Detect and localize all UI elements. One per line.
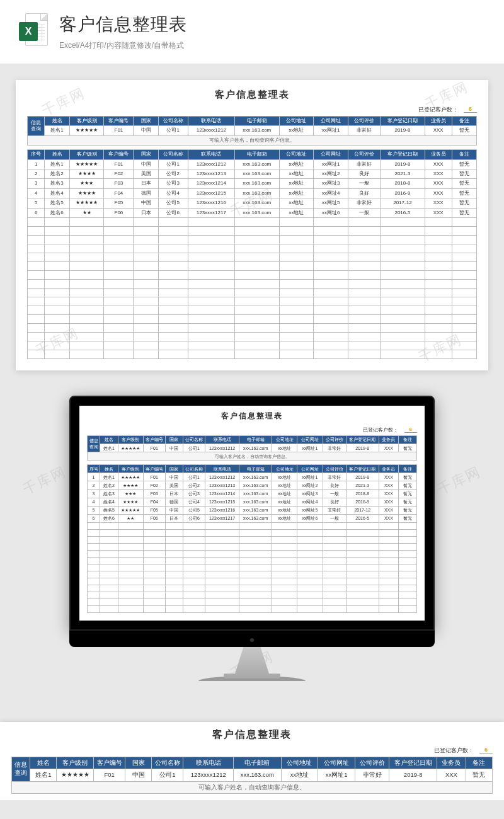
query-value[interactable]: xxx.163.com bbox=[235, 126, 280, 135]
query-value[interactable]: XXX bbox=[425, 126, 452, 135]
table-row[interactable]: 5姓名5★★★★★F05中国公司5123xxxx1216xxx.163.comx… bbox=[88, 506, 417, 514]
query-value[interactable]: 123xxxx1212 bbox=[188, 126, 234, 135]
query-header: 业务员 bbox=[425, 117, 452, 126]
query-value[interactable]: 2019-8 bbox=[389, 769, 437, 781]
empty-row[interactable] bbox=[88, 592, 417, 598]
table-row[interactable]: 1姓名1★★★★★F01中国公司1123xxxx1212xxx.163.comx… bbox=[28, 159, 477, 169]
query-value[interactable]: 公司1 bbox=[152, 769, 183, 781]
query-value[interactable]: xxx.163.com bbox=[239, 444, 272, 452]
table-row[interactable]: 6姓名6★★F06日本公司6123xxxx1217xxx.163.comxx地址… bbox=[28, 208, 477, 217]
empty-row[interactable] bbox=[88, 529, 417, 536]
query-value[interactable]: 公司1 bbox=[183, 444, 205, 452]
empty-row[interactable] bbox=[88, 585, 417, 592]
query-value[interactable]: 非常好 bbox=[355, 769, 389, 781]
query-value[interactable]: 123xxxx1212 bbox=[205, 444, 239, 452]
query-value[interactable]: 2019-8 bbox=[346, 444, 379, 452]
query-value[interactable]: XXX bbox=[379, 444, 399, 452]
query-value[interactable]: 2019-8 bbox=[381, 126, 425, 135]
empty-row[interactable] bbox=[28, 244, 477, 253]
query-value[interactable]: 123xxxx1212 bbox=[183, 769, 234, 781]
query-header: 公司地址 bbox=[279, 117, 314, 126]
query-value[interactable]: F01 bbox=[93, 769, 125, 781]
query-value[interactable]: 暂无 bbox=[399, 444, 417, 452]
empty-row[interactable] bbox=[88, 557, 417, 564]
column-header: 电子邮箱 bbox=[235, 150, 280, 159]
query-value[interactable]: xx地址 bbox=[279, 126, 314, 135]
query-value[interactable]: xx网址1 bbox=[318, 769, 355, 781]
query-value[interactable]: 公司1 bbox=[158, 126, 188, 135]
empty-row[interactable] bbox=[88, 598, 417, 605]
query-value[interactable]: 中国 bbox=[134, 126, 158, 135]
empty-row[interactable] bbox=[88, 605, 417, 612]
empty-row[interactable] bbox=[28, 288, 477, 297]
empty-row[interactable] bbox=[88, 578, 417, 585]
empty-row[interactable] bbox=[28, 341, 477, 350]
empty-row[interactable] bbox=[28, 306, 477, 314]
table-row[interactable]: 1姓名1★★★★★F01中国公司1123xxxx1212xxx.163.comx… bbox=[88, 473, 417, 481]
empty-row[interactable] bbox=[28, 270, 477, 279]
empty-row[interactable] bbox=[28, 261, 477, 270]
query-value[interactable]: xx地址 bbox=[281, 769, 318, 781]
empty-row[interactable] bbox=[88, 543, 417, 550]
table-row[interactable]: 4姓名4★★★★F04德国公司4123xxxx1215xxx.163.comxx… bbox=[28, 188, 477, 198]
empty-row[interactable] bbox=[28, 314, 477, 323]
query-value[interactable]: 中国 bbox=[165, 444, 183, 452]
empty-row[interactable] bbox=[28, 217, 477, 226]
query-header: 公司名称 bbox=[183, 435, 205, 444]
empty-row[interactable] bbox=[88, 550, 417, 557]
query-header: 国家 bbox=[165, 435, 183, 444]
table-row[interactable]: 3姓名3★★★F03日本公司3123xxxx1214xxx.163.comxx地… bbox=[28, 179, 477, 188]
query-value[interactable]: xx网址1 bbox=[297, 444, 323, 452]
query-header: 公司网址 bbox=[318, 757, 355, 769]
query-value[interactable]: ★★★★★ bbox=[118, 444, 143, 452]
query-value[interactable]: 中国 bbox=[125, 769, 152, 781]
empty-row[interactable] bbox=[88, 571, 417, 578]
query-header: 备注 bbox=[466, 757, 492, 769]
query-header: 电子邮箱 bbox=[235, 117, 280, 126]
empty-row[interactable] bbox=[28, 226, 477, 235]
spreadsheet-preview-bottom: 客户信息整理表已登记客户数：6信息查询姓名客户级别客户编号国家公司名称联系电话电… bbox=[0, 722, 504, 800]
empty-row[interactable] bbox=[88, 522, 417, 529]
empty-row[interactable] bbox=[28, 332, 477, 341]
table-row[interactable]: 4姓名4★★★★F04德国公司4123xxxx1215xxx.163.comxx… bbox=[88, 498, 417, 506]
empty-row[interactable] bbox=[28, 323, 477, 332]
query-header: 联系电话 bbox=[183, 757, 234, 769]
query-label-cell: 信息查询 bbox=[88, 435, 100, 452]
query-value[interactable]: 暂无 bbox=[466, 769, 492, 781]
query-value[interactable]: 姓名1 bbox=[30, 769, 57, 781]
table-row[interactable]: 2姓名2★★★★F02美国公司2123xxxx1213xxx.163.comxx… bbox=[28, 169, 477, 178]
query-value[interactable]: 姓名1 bbox=[100, 444, 118, 452]
query-label-cell: 信息查询 bbox=[12, 757, 30, 781]
query-table: 信息查询姓名客户级别客户编号国家公司名称联系电话电子邮箱公司地址公司网址公司评价… bbox=[11, 757, 493, 794]
query-value[interactable]: xx地址 bbox=[272, 444, 297, 452]
data-table: 序号姓名客户级别客户编号国家公司名称联系电话电子邮箱公司地址公司网址公司评价客户… bbox=[27, 149, 477, 359]
query-value[interactable]: 非常好 bbox=[323, 444, 346, 452]
empty-row[interactable] bbox=[28, 253, 477, 261]
query-value[interactable]: F01 bbox=[144, 444, 165, 452]
table-row[interactable]: 2姓名2★★★★F02美国公司2123xxxx1213xxx.163.comxx… bbox=[88, 481, 417, 490]
table-row[interactable]: 6姓名6★★F06日本公司6123xxxx1217xxx.163.comxx地址… bbox=[88, 514, 417, 522]
empty-row[interactable] bbox=[28, 279, 477, 288]
empty-row[interactable] bbox=[28, 297, 477, 306]
query-value[interactable]: xx网址1 bbox=[314, 126, 348, 135]
sheet-render-2: 客户信息整理表已登记客户数：6信息查询姓名客户级别客户编号国家公司名称联系电话电… bbox=[79, 406, 425, 621]
empty-row[interactable] bbox=[88, 536, 417, 543]
query-value[interactable]: 姓名1 bbox=[45, 126, 69, 135]
query-value[interactable]: XXX bbox=[437, 769, 466, 781]
query-header: 客户编号 bbox=[93, 757, 125, 769]
empty-row[interactable] bbox=[28, 235, 477, 244]
table-row[interactable]: 5姓名5★★★★★F05中国公司5123xxxx1216xxx.163.comx… bbox=[28, 198, 477, 208]
column-header: 公司评价 bbox=[348, 150, 381, 159]
query-value[interactable]: 非常好 bbox=[348, 126, 381, 135]
query-value[interactable]: xxx.163.com bbox=[234, 769, 281, 781]
query-value[interactable]: 暂无 bbox=[452, 126, 476, 135]
column-header: 备注 bbox=[399, 465, 417, 473]
query-value[interactable]: ★★★★★ bbox=[69, 126, 104, 135]
table-row[interactable]: 3姓名3★★★F03日本公司3123xxxx1214xxx.163.comxx地… bbox=[88, 490, 417, 498]
query-header: 客户级别 bbox=[57, 757, 94, 769]
empty-row[interactable] bbox=[28, 350, 477, 358]
query-header: 公司地址 bbox=[272, 435, 297, 444]
empty-row[interactable] bbox=[88, 564, 417, 571]
query-value[interactable]: ★★★★★ bbox=[57, 769, 94, 781]
query-value[interactable]: F01 bbox=[104, 126, 134, 135]
